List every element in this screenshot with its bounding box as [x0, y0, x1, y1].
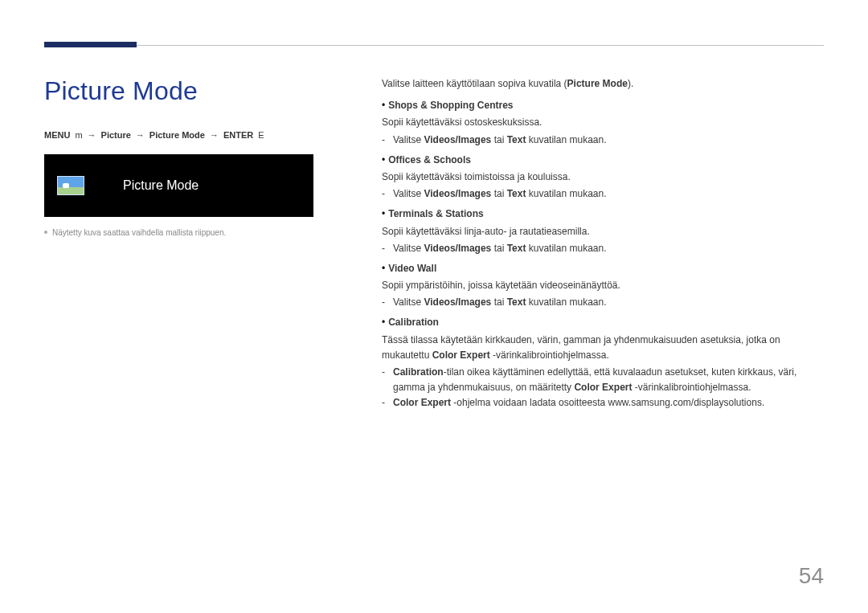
sub-a: Valitse: [393, 188, 424, 199]
path-picture-mode: Picture Mode: [149, 130, 205, 140]
intro-b: Picture Mode: [567, 78, 628, 89]
sub-e: kuvatilan mukaan.: [526, 134, 606, 145]
mode-name: Terminals & Stations: [388, 208, 483, 219]
sub-b: Videos/Images: [424, 243, 491, 254]
mode-heading: •Shops & Shopping Centres: [382, 98, 824, 113]
arrow-icon: →: [210, 130, 219, 140]
mode-sub: Valitse Videos/Images tai Text kuvatilan…: [382, 186, 824, 202]
mode-item: •Shops & Shopping Centres Sopii käytettä…: [382, 98, 824, 148]
sub-e: kuvatilan mukaan.: [526, 188, 606, 199]
sub-b: Videos/Images: [424, 188, 491, 199]
calib-sub2-b: -ohjelma voidaan ladata osoitteesta www.…: [451, 397, 764, 408]
mode-name: Offices & Schools: [388, 154, 471, 166]
sub-d: Text: [507, 188, 526, 199]
right-column: Valitse laitteen käyttötilaan sopiva kuv…: [342, 76, 824, 411]
calib-desc-b: Color Expert: [432, 349, 490, 361]
sub-b: Videos/Images: [424, 296, 491, 308]
sub-d: Text: [507, 296, 526, 308]
sub-a: Valitse: [393, 243, 424, 254]
intro-text: Valitse laitteen käyttötilaan sopiva kuv…: [382, 76, 824, 92]
path-m: m: [75, 130, 82, 140]
calib-sub2: Color Expert -ohjelma voidaan ladata oso…: [382, 395, 824, 411]
intro-c: ).: [628, 78, 633, 89]
mode-name: Video Wall: [388, 263, 436, 274]
preview-label: Picture Mode: [123, 178, 199, 193]
mode-item-calibration: •Calibration Tässä tilassa käytetään kir…: [382, 315, 824, 411]
mode-heading: •Offices & Schools: [382, 153, 824, 168]
page-title: Picture Mode: [44, 76, 342, 106]
mode-sub: Valitse Videos/Images tai Text kuvatilan…: [382, 295, 824, 310]
page-number: 54: [799, 563, 824, 589]
header-accent: [44, 42, 137, 47]
arrow-icon: →: [136, 130, 145, 140]
mode-item: •Terminals & Stations Sopii käytettäväks…: [382, 206, 824, 256]
sub-a: Valitse: [393, 134, 424, 145]
header-rule: [44, 45, 824, 46]
sub-e: kuvatilan mukaan.: [526, 243, 606, 254]
mode-desc: Sopii käytettäväksi linja-auto- ja rauta…: [382, 224, 824, 239]
arrow-icon: →: [88, 130, 96, 140]
calib-sub1-d: -värinkalibrointiohjelmassa.: [632, 382, 751, 393]
bullet-icon: •: [382, 154, 385, 166]
calib-sub1: Calibration-tilan oikea käyttäminen edel…: [382, 365, 824, 395]
intro-a: Valitse laitteen käyttötilaan sopiva kuv…: [382, 78, 567, 89]
sub-c: tai: [491, 296, 506, 308]
mode-heading: •Terminals & Stations: [382, 206, 824, 222]
mode-desc: Sopii käytettäväksi toimistoissa ja koul…: [382, 170, 824, 185]
mode-item: •Offices & Schools Sopii käytettäväksi t…: [382, 153, 824, 202]
preview-box: Picture Mode: [44, 154, 313, 217]
bullet-icon: •: [382, 263, 385, 274]
mode-sub: Valitse Videos/Images tai Text kuvatilan…: [382, 133, 824, 148]
calib-sub1-c: Color Expert: [574, 382, 632, 393]
bullet-icon: •: [382, 317, 385, 328]
bullet-icon: •: [382, 208, 385, 219]
mode-heading: •Video Wall: [382, 261, 824, 276]
mode-item: •Video Wall Sopii ympäristöihin, joissa …: [382, 261, 824, 311]
path-picture: Picture: [101, 130, 131, 140]
mode-sub: Valitse Videos/Images tai Text kuvatilan…: [382, 241, 824, 256]
mode-name: Calibration: [388, 317, 439, 328]
sub-c: tai: [491, 134, 506, 145]
path-enter: ENTER: [223, 130, 253, 140]
mode-desc: Sopii käytettäväksi ostoskeskuksissa.: [382, 115, 824, 130]
mode-desc: Sopii ympäristöihin, joissa käytetään vi…: [382, 278, 824, 293]
calib-sub1-a: Calibration: [393, 366, 444, 378]
mode-name: Shops & Shopping Centres: [388, 100, 513, 111]
sub-c: tai: [491, 243, 506, 254]
left-column: Picture Mode MENU m → Picture → Picture …: [44, 76, 342, 411]
sub-e: kuvatilan mukaan.: [526, 296, 606, 308]
sub-d: Text: [507, 243, 526, 254]
sub-d: Text: [507, 134, 526, 145]
calib-sub2-a: Color Expert: [393, 397, 451, 408]
calib-desc-c: -värinkalibrointiohjelmassa.: [490, 349, 609, 361]
picture-thumb-icon: [57, 176, 84, 195]
bullet-icon: •: [382, 100, 385, 111]
menu-path: MENU m → Picture → Picture Mode → ENTER …: [44, 130, 342, 140]
sub-b: Videos/Images: [424, 134, 491, 145]
footnote: Näytetty kuva saattaa vaihdella mallista…: [44, 228, 342, 237]
mode-heading: •Calibration: [382, 315, 824, 330]
mode-desc: Tässä tilassa käytetään kirkkauden, väri…: [382, 333, 824, 363]
sub-c: tai: [491, 188, 506, 199]
path-e: E: [258, 130, 264, 140]
path-menu: MENU: [44, 130, 70, 140]
sub-a: Valitse: [393, 296, 424, 308]
